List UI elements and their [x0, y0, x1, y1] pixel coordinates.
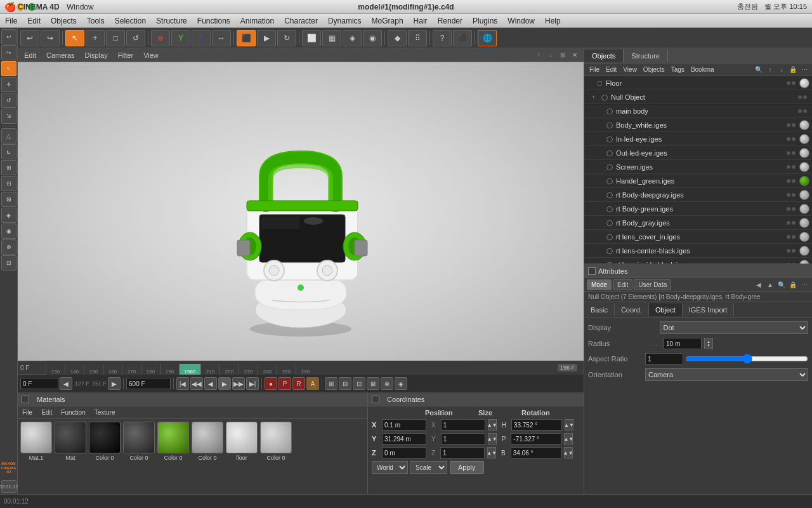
- poly-tool[interactable]: ⊞: [1, 160, 16, 175]
- cursor-tool-button[interactable]: ↖: [65, 30, 84, 46]
- attr-coord-tab[interactable]: Coord.: [615, 304, 649, 316]
- obj-lock-icon[interactable]: 🔒: [788, 65, 798, 75]
- obj-item-rtlenscenterblack[interactable]: ◯ rt lens-center-black.iges: [584, 244, 812, 258]
- menu-plugins[interactable]: Plugins: [468, 15, 502, 27]
- p-rot-input[interactable]: [511, 433, 561, 444]
- current-frame-input[interactable]: [20, 378, 58, 389]
- materials-checkbox[interactable]: [22, 396, 29, 403]
- y-axis-button[interactable]: Y: [171, 30, 190, 46]
- texture-mode[interactable]: ◉: [1, 224, 16, 239]
- tab-objects[interactable]: Objects: [584, 50, 624, 62]
- rotate-tool[interactable]: ↺: [1, 93, 16, 108]
- attr-mode-tab[interactable]: Mode: [587, 279, 612, 290]
- redo-button[interactable]: ↪: [1, 45, 16, 60]
- x-size-input[interactable]: [441, 419, 485, 431]
- obj-up-icon[interactable]: ↑: [765, 65, 775, 75]
- next-keyframe-button[interactable]: ▶▶: [232, 377, 245, 390]
- undo-top-button[interactable]: ↩: [20, 30, 39, 46]
- material-item-mat[interactable]: Mat: [55, 422, 86, 461]
- y-size-spin[interactable]: ▲▼: [488, 433, 497, 444]
- timeline-options-5[interactable]: ⊗: [381, 377, 393, 390]
- attr-checkbox[interactable]: [588, 267, 596, 275]
- viewport-menu-filter[interactable]: Filter: [115, 50, 136, 60]
- obj-menu-tags[interactable]: Tags: [669, 65, 687, 74]
- obj-search-icon[interactable]: 🔍: [754, 65, 764, 75]
- attr-search-icon[interactable]: 🔍: [776, 280, 787, 290]
- snap-mode[interactable]: ⊡: [1, 255, 16, 271]
- menu-window[interactable]: Window: [502, 15, 540, 27]
- record-button[interactable]: ●: [265, 377, 277, 390]
- orientation-select[interactable]: Camera XY XZ YZ: [645, 368, 808, 381]
- go-end-button[interactable]: ▶|: [246, 377, 259, 390]
- xpresso-button[interactable]: ⬛: [453, 30, 472, 46]
- obj-item-outledeye[interactable]: ◯ Out-led-eye.iges: [584, 146, 812, 160]
- viewport-menu-view[interactable]: View: [141, 50, 161, 60]
- menu-tools[interactable]: Tools: [82, 15, 110, 27]
- obj-down-icon[interactable]: ↓: [776, 65, 787, 75]
- obj-menu-file[interactable]: File: [587, 65, 602, 74]
- obj-item-bodywhite[interactable]: ◯ Body_white.iges: [584, 118, 812, 132]
- viewport-icon-1[interactable]: ↑: [534, 50, 544, 60]
- y-size-input[interactable]: [441, 433, 485, 444]
- aspect-input[interactable]: [645, 353, 683, 364]
- menu-file[interactable]: File: [0, 15, 22, 27]
- p-rot-spin[interactable]: ▲▼: [564, 433, 573, 444]
- menu-dynamics[interactable]: Dynamics: [323, 15, 367, 27]
- b-rot-input[interactable]: [511, 447, 561, 458]
- material-item-color0-1[interactable]: Color 0: [89, 422, 121, 461]
- material-item-color0-2[interactable]: Color 0: [123, 422, 155, 461]
- help-button[interactable]: ?: [433, 30, 452, 46]
- play-back-button[interactable]: ◀: [204, 377, 217, 390]
- viewport-icon-3[interactable]: ⊞: [558, 50, 568, 60]
- tab-structure[interactable]: Structure: [624, 50, 668, 62]
- timeline-options-2[interactable]: ⊟: [339, 377, 351, 390]
- attr-userdata-tab[interactable]: User Data: [634, 279, 671, 290]
- viewport-icon-2[interactable]: ↓: [546, 50, 556, 60]
- y-pos-input[interactable]: [382, 433, 426, 444]
- menu-mograph[interactable]: MoGraph: [367, 15, 409, 27]
- world-button[interactable]: 🌐: [478, 30, 497, 46]
- menu-selection[interactable]: Selection: [110, 15, 151, 27]
- material-item-mat1[interactable]: Mat.1: [20, 422, 52, 461]
- cube-object-button[interactable]: □: [106, 30, 125, 46]
- timeline-options-4[interactable]: ⊠: [367, 377, 379, 390]
- refresh-button[interactable]: ↺: [126, 30, 145, 46]
- window-menu[interactable]: Window: [67, 3, 94, 11]
- menu-hair[interactable]: Hair: [409, 15, 433, 27]
- attr-nav-up[interactable]: ▲: [765, 280, 775, 290]
- expand-null[interactable]: +: [592, 94, 599, 100]
- add-object-button[interactable]: +: [86, 30, 105, 46]
- view-persp-button[interactable]: ◈: [343, 30, 362, 46]
- display-select[interactable]: Dot Line None: [660, 321, 808, 334]
- total-frames-input[interactable]: [126, 378, 171, 389]
- viewport[interactable]: [18, 62, 584, 361]
- go-start-button[interactable]: |◀: [176, 377, 189, 390]
- h-rot-input[interactable]: [511, 419, 562, 431]
- obj-item-floor[interactable]: ▢ Floor: [584, 76, 812, 90]
- record-rot-button[interactable]: R: [292, 377, 305, 390]
- transform-button[interactable]: ↔: [212, 30, 231, 46]
- point-tool[interactable]: ⊠: [1, 192, 16, 207]
- view-4-button[interactable]: ▦: [322, 30, 341, 46]
- play-button[interactable]: ▶: [218, 377, 231, 390]
- edge-tool[interactable]: ⊟: [1, 176, 16, 191]
- obj-item-mainbody[interactable]: ◯ main body: [584, 104, 812, 118]
- scale-select[interactable]: Scale Move Rotate: [410, 461, 447, 474]
- obj-item-rtbodygreen[interactable]: ◯ rt Body-green.iges: [584, 202, 812, 216]
- attr-iges-tab[interactable]: IGES Import: [683, 304, 735, 316]
- mat-menu-function[interactable]: Function: [59, 408, 87, 417]
- record-pos-button[interactable]: P: [278, 377, 291, 390]
- model-mode[interactable]: ◈: [1, 208, 16, 223]
- obj-item-rtbodydeepgray[interactable]: ◯ rt Body-deepgray.iges: [584, 188, 812, 202]
- radius-input[interactable]: [664, 338, 702, 349]
- z-pos-input[interactable]: [382, 447, 426, 458]
- obj-item-rtlenscoverin[interactable]: ◯ rt lens_cover_in.iges: [584, 230, 812, 244]
- coords-checkbox[interactable]: [372, 396, 379, 403]
- material-item-color0-green[interactable]: Color 0: [157, 422, 189, 461]
- attr-edit-tab[interactable]: Edit: [613, 279, 632, 290]
- menu-render[interactable]: Render: [433, 15, 468, 27]
- viewport-icon-4[interactable]: ✕: [570, 50, 580, 60]
- world-select[interactable]: World Object: [372, 461, 408, 474]
- viewport-menu-edit[interactable]: Edit: [22, 50, 39, 60]
- paint-button[interactable]: ⠿: [408, 30, 427, 46]
